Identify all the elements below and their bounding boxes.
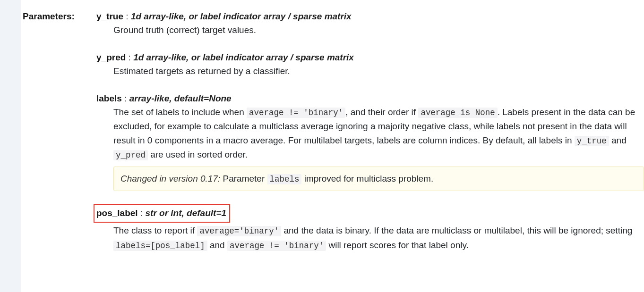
version-changed-label: Changed in version 0.17: xyxy=(120,174,220,184)
param-y_true-desc: Ground truth (correct) target values. xyxy=(113,23,644,37)
param-type: 1d array-like, or label indicator array … xyxy=(133,52,354,62)
version-changed-note: Changed in version 0.17: Parameter label… xyxy=(113,167,644,191)
param-y_true: y_true : 1d array-like, or label indicat… xyxy=(96,9,644,37)
param-y_pred-header: y_pred : 1d array-like, or label indicat… xyxy=(96,50,644,64)
param-type: str or int, default=1 xyxy=(146,208,227,218)
param-name: pos_label xyxy=(96,208,138,218)
inline-code: labels xyxy=(267,174,302,184)
param-name: y_pred xyxy=(96,52,126,62)
inline-code: y_true xyxy=(575,136,609,146)
doc-container: Parameters: y_true : 1d array-like, or l… xyxy=(0,0,644,292)
param-labels-header: labels : array-like, default=None xyxy=(96,92,644,105)
inline-code: average is None xyxy=(418,108,497,118)
param-y_pred: y_pred : 1d array-like, or label indicat… xyxy=(96,50,644,78)
param-y_true-header: y_true : 1d array-like, or label indicat… xyxy=(96,9,644,23)
main-content: Parameters: y_true : 1d array-like, or l… xyxy=(21,0,644,292)
inline-code: y_pred xyxy=(113,150,148,160)
section-label-text: Parameters: xyxy=(23,11,75,21)
param-type: array-like, default=None xyxy=(129,93,232,103)
param-labels-desc: The set of labels to include when averag… xyxy=(113,105,644,191)
inline-code: labels=[pos_label] xyxy=(113,241,207,251)
parameters-list: y_true : 1d array-like, or label indicat… xyxy=(96,9,644,283)
highlight-box: pos_label : str or int, default=1 xyxy=(94,204,230,223)
inline-code: average != 'binary' xyxy=(227,241,326,251)
param-pos_label-header: pos_label : str or int, default=1 xyxy=(96,204,644,224)
param-pos_label: pos_label : str or int, default=1 The cl… xyxy=(96,204,644,252)
section-label: Parameters: xyxy=(21,9,96,283)
param-type: 1d array-like, or label indicator array … xyxy=(131,11,352,21)
param-labels: labels : array-like, default=None The se… xyxy=(96,92,644,191)
inline-code: average='binary' xyxy=(197,226,281,236)
param-name: labels xyxy=(96,93,122,103)
param-pos_label-desc: The class to report if average='binary' … xyxy=(113,224,644,252)
inline-code: average != 'binary' xyxy=(247,108,345,118)
param-name: y_true xyxy=(96,11,123,21)
left-gutter xyxy=(0,0,21,292)
param-y_pred-desc: Estimated targets as returned by a class… xyxy=(113,64,644,78)
